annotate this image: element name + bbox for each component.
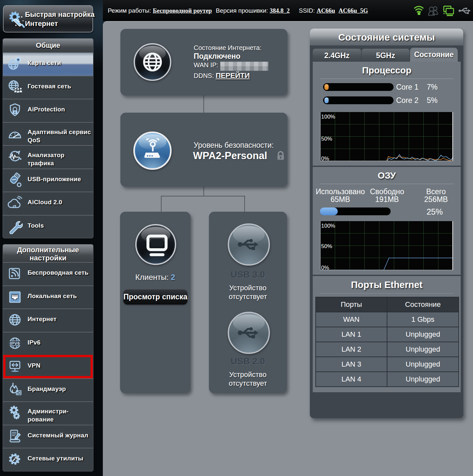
svg-text:IPV6: IPV6 bbox=[10, 341, 20, 345]
